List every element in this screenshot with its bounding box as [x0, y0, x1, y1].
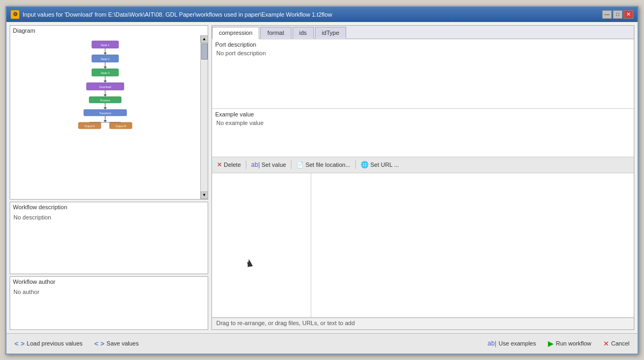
set-file-icon: 📄 — [296, 161, 304, 168]
use-examples-label: Use examples — [499, 340, 536, 347]
description-label: Workflow description — [10, 202, 208, 212]
description-text: No description — [10, 212, 208, 223]
workflow-diagram-svg: Node 1 Node 2 Node 3 — [73, 38, 137, 145]
tab-format[interactable]: format — [260, 27, 291, 39]
mouse-cursor-indicator — [246, 259, 253, 267]
run-workflow-label: Run workflow — [556, 340, 591, 347]
author-section: Workflow author No author — [10, 276, 208, 330]
svg-text:Download: Download — [99, 85, 111, 89]
set-url-label: Set URL ... — [370, 161, 399, 168]
svg-text:Node 3: Node 3 — [101, 71, 109, 75]
diagram-scrollbar[interactable]: ▲ ▼ — [200, 35, 208, 199]
example-value-label: Example value — [212, 109, 634, 119]
diagram-inner: Node 1 Node 2 Node 3 — [10, 35, 208, 199]
run-workflow-button[interactable]: ▶ Run workflow — [545, 338, 594, 349]
cancel-label: Cancel — [611, 340, 630, 347]
cursor-area — [212, 173, 311, 317]
svg-text:Node 2: Node 2 — [101, 57, 109, 61]
scroll-thumb[interactable] — [201, 43, 208, 60]
values-right-pane — [311, 173, 634, 317]
tab-ids[interactable]: ids — [292, 27, 314, 39]
save-arrows-icon: < > — [94, 340, 105, 348]
app-icon: ⚙ — [11, 10, 19, 19]
load-arrows-icon: < > — [14, 340, 25, 348]
cancel-button[interactable]: ✕ Cancel — [601, 339, 632, 349]
left-panel: Diagram Node 1 Node — [10, 25, 208, 330]
author-label: Workflow author — [10, 277, 208, 286]
set-value-label: Set value — [261, 161, 286, 168]
svg-marker-15 — [104, 94, 107, 97]
port-description-label: Port description — [212, 39, 634, 49]
values-left-pane — [212, 173, 311, 317]
svg-text:Node 1: Node 1 — [101, 43, 109, 47]
toolbar-sep-3 — [355, 160, 356, 169]
values-area — [212, 173, 634, 318]
workflow-visual: Node 1 Node 2 Node 3 — [10, 35, 200, 199]
run-workflow-icon: ▶ — [548, 339, 554, 348]
delete-icon: ✕ — [217, 161, 222, 168]
right-panel: compression format ids idType Port descr… — [211, 25, 634, 330]
example-value-text: No example value — [212, 119, 634, 127]
set-url-icon: 🌐 — [361, 161, 369, 168]
description-section: Workflow description No description — [10, 202, 208, 274]
scroll-down-arrow[interactable]: ▼ — [201, 192, 208, 199]
close-button[interactable]: ✕ — [624, 10, 633, 19]
svg-text:Process: Process — [100, 99, 111, 102]
svg-marker-3 — [104, 53, 107, 55]
set-value-icon: ab| — [251, 161, 260, 168]
bottom-bar: < > Load previous values < > Save values… — [6, 333, 638, 354]
svg-text:Transform: Transform — [99, 112, 112, 115]
toolbar-sep-2 — [291, 160, 291, 169]
svg-text:Output B: Output B — [115, 124, 126, 128]
svg-marker-23 — [104, 120, 107, 122]
tabs-bar: compression format ids idType — [212, 26, 634, 39]
save-values-button[interactable]: < > Save values — [92, 339, 142, 349]
use-examples-button[interactable]: ab| Use examples — [485, 339, 539, 348]
title-bar: ⚙ Input values for 'Download' from E:\Da… — [6, 7, 638, 22]
svg-marker-11 — [104, 80, 107, 83]
use-examples-icon: ab| — [488, 340, 496, 347]
author-text: No author — [10, 286, 208, 297]
tab-compression[interactable]: compression — [212, 27, 259, 39]
svg-marker-19 — [104, 107, 107, 109]
set-file-label: Set file location... — [305, 161, 350, 168]
main-window: ⚙ Input values for 'Download' from E:\Da… — [5, 6, 639, 355]
delete-button[interactable]: ✕ Delete — [215, 160, 243, 169]
bottom-left: < > Load previous values < > Save values — [12, 339, 142, 349]
cancel-icon: ✕ — [603, 340, 609, 348]
title-bar-left: ⚙ Input values for 'Download' from E:\Da… — [11, 10, 332, 19]
window-content: Diagram Node 1 Node — [6, 22, 638, 333]
tab-idtype[interactable]: idType — [315, 27, 346, 39]
toolbar-sep-1 — [246, 160, 246, 169]
scroll-track[interactable] — [201, 43, 208, 192]
title-buttons: — □ ✕ — [602, 10, 633, 19]
save-values-label: Save values — [107, 340, 139, 347]
set-value-button[interactable]: ab| Set value — [250, 160, 288, 169]
window-title: Input values for 'Download' from E:\Data… — [23, 11, 332, 18]
drag-hint: Drag to re-arrange, or drag files, URLs,… — [212, 318, 634, 329]
port-description-section: Port description No port description — [212, 39, 634, 109]
delete-label: Delete — [224, 161, 241, 168]
diagram-section: Diagram Node 1 Node — [10, 25, 208, 200]
toolbar-section: ✕ Delete ab| Set value 📄 Set file locati… — [212, 157, 634, 173]
set-file-button[interactable]: 📄 Set file location... — [295, 161, 352, 169]
minimize-button[interactable]: — — [602, 10, 612, 19]
bottom-right: ab| Use examples ▶ Run workflow ✕ Cancel — [485, 338, 632, 349]
example-value-section: Example value No example value — [212, 109, 634, 157]
svg-text:Output A: Output A — [84, 124, 95, 128]
load-values-button[interactable]: < > Load previous values — [12, 339, 85, 349]
scroll-up-arrow[interactable]: ▲ — [201, 35, 208, 43]
restore-button[interactable]: □ — [613, 10, 623, 19]
load-values-label: Load previous values — [27, 340, 83, 347]
port-description-text: No port description — [212, 49, 634, 57]
set-url-button[interactable]: 🌐 Set URL ... — [359, 160, 400, 169]
svg-marker-7 — [104, 67, 107, 69]
diagram-label: Diagram — [10, 26, 208, 35]
